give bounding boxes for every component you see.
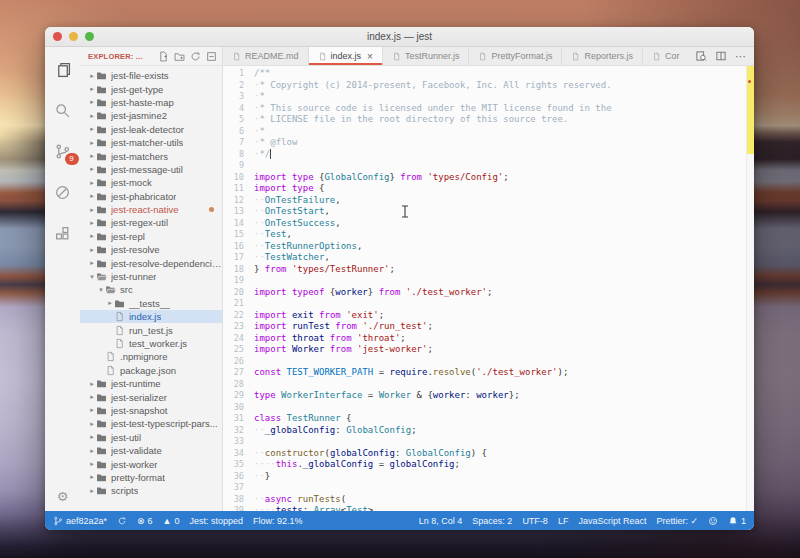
- tree-item-jest-phabricator[interactable]: ▸jest-phabricator: [80, 190, 222, 203]
- tree-item-jest-repl[interactable]: ▸jest-repl: [80, 230, 222, 243]
- code-line-33[interactable]: 33: [223, 436, 747, 448]
- code-area[interactable]: 1/**2·* Copyright (c) 2014-present, Face…: [223, 66, 747, 511]
- tree-item-jest-resolve-dependencie[interactable]: ▸jest-resolve-dependencie...: [80, 256, 222, 269]
- tree-item-jest-serializer[interactable]: ▸jest-serializer: [80, 390, 222, 403]
- tree-item-jest-worker[interactable]: ▸jest-worker: [80, 457, 222, 470]
- status-warnings[interactable]: ▲0: [163, 516, 180, 526]
- tree-item-jest-get-type[interactable]: ▸jest-get-type: [80, 82, 222, 95]
- code-line-21[interactable]: 21: [223, 298, 747, 310]
- activitybar-source-control[interactable]: 9: [53, 141, 73, 161]
- activitybar-explorer[interactable]: [53, 59, 73, 79]
- code-line-30[interactable]: 30: [223, 402, 747, 414]
- collapse-all-icon[interactable]: [206, 51, 217, 62]
- code-line-24[interactable]: 24import throat from 'throat';: [223, 333, 747, 345]
- activitybar-search[interactable]: [53, 100, 73, 120]
- code-line-35[interactable]: 35····this._globalConfig = globalConfig;: [223, 459, 747, 471]
- tree-item-tests[interactable]: ▸__tests__: [80, 297, 222, 310]
- code-line-31[interactable]: 31class TestRunner {: [223, 413, 747, 425]
- minimize-window-button[interactable]: [69, 32, 78, 41]
- tree-item-jest-jasmine2[interactable]: ▸jest-jasmine2: [80, 109, 222, 122]
- status-feedback[interactable]: [708, 516, 718, 526]
- code-line-28[interactable]: 28: [223, 379, 747, 391]
- code-line-1[interactable]: 1/**: [223, 68, 747, 80]
- code-line-12[interactable]: 12··OnTestFailure,: [223, 195, 747, 207]
- tree-item-jest-regex-util[interactable]: ▸jest-regex-util: [80, 216, 222, 229]
- close-icon[interactable]: ×: [367, 51, 373, 62]
- code-line-22[interactable]: 22import exit from 'exit';: [223, 310, 747, 322]
- code-line-8[interactable]: 8·*/: [223, 149, 747, 161]
- code-line-17[interactable]: 17··TestWatcher,: [223, 252, 747, 264]
- tree-item-pretty-format[interactable]: ▸pretty-format: [80, 471, 222, 484]
- tree-item-test-worker-js[interactable]: test_worker.js: [80, 337, 222, 350]
- code-line-34[interactable]: 34··constructor(globalConfig: GlobalConf…: [223, 448, 747, 460]
- tree-item-jest-resolve[interactable]: ▸jest-resolve: [80, 243, 222, 256]
- code-line-29[interactable]: 29type WorkerInterface = Worker & {worke…: [223, 390, 747, 402]
- code-line-36[interactable]: 36··}: [223, 471, 747, 483]
- tree-item-jest-haste-map[interactable]: ▸jest-haste-map: [80, 96, 222, 109]
- status-sync-icon[interactable]: [117, 516, 127, 526]
- window-titlebar[interactable]: index.js — jest: [45, 27, 754, 47]
- tree-item-npmignore[interactable]: .npmignore: [80, 350, 222, 363]
- settings-gear-icon[interactable]: ⚙: [45, 489, 80, 504]
- tab-cor[interactable]: Cor: [643, 47, 682, 65]
- close-window-button[interactable]: [53, 32, 62, 41]
- tree-item-jest-file-exists[interactable]: ▸jest-file-exists: [80, 69, 222, 82]
- tree-item-jest-mock[interactable]: ▸jest-mock: [80, 176, 222, 189]
- tree-item-index-js[interactable]: index.js: [80, 310, 222, 323]
- status-eol[interactable]: LF: [558, 516, 569, 526]
- activitybar-extensions[interactable]: [53, 223, 73, 243]
- code-line-38[interactable]: 38··async runTests(: [223, 494, 747, 506]
- code-line-9[interactable]: 9: [223, 160, 747, 172]
- code-line-10[interactable]: 10import type {GlobalConfig} from 'types…: [223, 172, 747, 184]
- status-errors[interactable]: ⊗6: [137, 516, 153, 526]
- code-line-26[interactable]: 26: [223, 356, 747, 368]
- tree-item-run-test-js[interactable]: run_test.js: [80, 323, 222, 336]
- tree-item-jest-leak-detector[interactable]: ▸jest-leak-detector: [80, 123, 222, 136]
- code-line-39[interactable]: 39····tests: Array<Test>,: [223, 505, 747, 511]
- tree-item-jest-matcher-utils[interactable]: ▸jest-matcher-utils: [80, 136, 222, 149]
- open-preview-icon[interactable]: [695, 50, 707, 62]
- tree-item-src[interactable]: ▾src: [80, 283, 222, 296]
- overview-ruler[interactable]: [746, 66, 754, 511]
- new-file-icon[interactable]: [158, 51, 169, 62]
- status-jest-status[interactable]: Jest: stopped: [190, 516, 244, 526]
- new-folder-icon[interactable]: [174, 51, 185, 62]
- code-line-25[interactable]: 25import Worker from 'jest-worker';: [223, 344, 747, 356]
- tree-item-jest-runtime[interactable]: ▸jest-runtime: [80, 377, 222, 390]
- status-language-mode[interactable]: JavaScript React: [578, 516, 646, 526]
- tree-item-jest-react-native[interactable]: ▸jest-react-native: [80, 203, 222, 216]
- code-line-2[interactable]: 2·* Copyright (c) 2014-present, Facebook…: [223, 80, 747, 92]
- tab-index-js[interactable]: index.js×: [309, 47, 383, 65]
- code-line-37[interactable]: 37: [223, 482, 747, 494]
- code-line-19[interactable]: 19: [223, 275, 747, 287]
- tree-item-package-json[interactable]: package.json: [80, 364, 222, 377]
- code-line-32[interactable]: 32··_globalConfig: GlobalConfig;: [223, 425, 747, 437]
- code-line-13[interactable]: 13··OnTestStart,: [223, 206, 747, 218]
- zoom-window-button[interactable]: [85, 32, 94, 41]
- more-actions-icon[interactable]: ⋯: [735, 51, 746, 61]
- status-flow-coverage[interactable]: Flow: 92.1%: [253, 516, 303, 526]
- code-line-16[interactable]: 16··TestRunnerOptions,: [223, 241, 747, 253]
- status-aef82a2a[interactable]: aef82a2a*: [53, 516, 107, 526]
- editor-pane[interactable]: 1/**2·* Copyright (c) 2014-present, Face…: [223, 66, 754, 511]
- code-line-27[interactable]: 27const TEST_WORKER_PATH = require.resol…: [223, 367, 747, 379]
- code-line-4[interactable]: 4·* This source code is licensed under t…: [223, 103, 747, 115]
- refresh-icon[interactable]: [190, 51, 201, 62]
- status-encoding[interactable]: UTF-8: [522, 516, 548, 526]
- tree-item-jest-runner[interactable]: ▾jest-runner: [80, 270, 222, 283]
- tab-prettyformat-js[interactable]: PrettyFormat.js: [469, 47, 562, 65]
- code-line-7[interactable]: 7·* @flow: [223, 137, 747, 149]
- split-editor-icon[interactable]: [715, 50, 727, 62]
- code-line-14[interactable]: 14··OnTestSuccess,: [223, 218, 747, 230]
- status-cursor-position[interactable]: Ln 8, Col 4: [419, 516, 463, 526]
- tree-item-jest-matchers[interactable]: ▸jest-matchers: [80, 149, 222, 162]
- tab-reporters-js[interactable]: Reporters.js: [562, 47, 643, 65]
- code-line-18[interactable]: 18} from 'types/TestRunner';: [223, 264, 747, 276]
- tree-item-jest-util[interactable]: ▸jest-util: [80, 431, 222, 444]
- code-line-15[interactable]: 15··Test,: [223, 229, 747, 241]
- activitybar-debug[interactable]: [53, 182, 73, 202]
- code-line-20[interactable]: 20import typeof {worker} from './test_wo…: [223, 287, 747, 299]
- status-notifications[interactable]: 1: [728, 516, 746, 526]
- code-line-3[interactable]: 3·*: [223, 91, 747, 103]
- tree-item-jest-test-typescript-pars[interactable]: ▸jest-test-typescript-pars...: [80, 417, 222, 430]
